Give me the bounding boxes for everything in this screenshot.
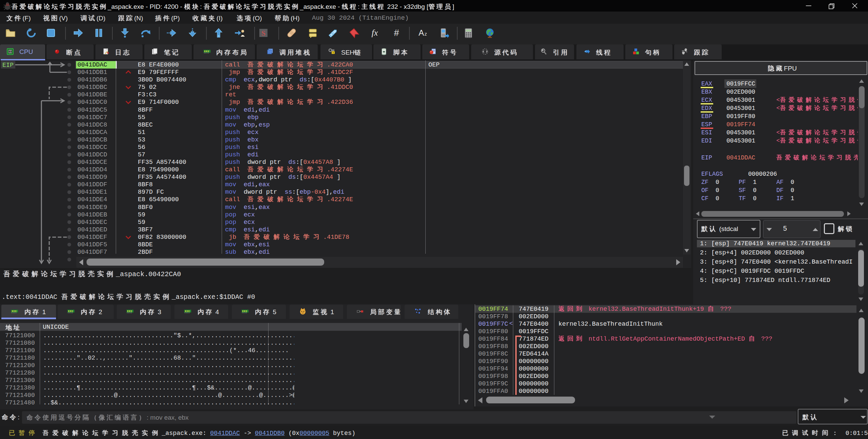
svg-text:z: z [424, 31, 427, 37]
svg-text:A: A [419, 28, 424, 37]
svg-text:S: S [261, 29, 265, 37]
svg-text:32: 32 [6, 3, 9, 6]
svg-text:#: # [394, 28, 399, 38]
svg-text:fx: fx [372, 28, 378, 38]
svg-text:EIP: EIP [2, 62, 14, 69]
